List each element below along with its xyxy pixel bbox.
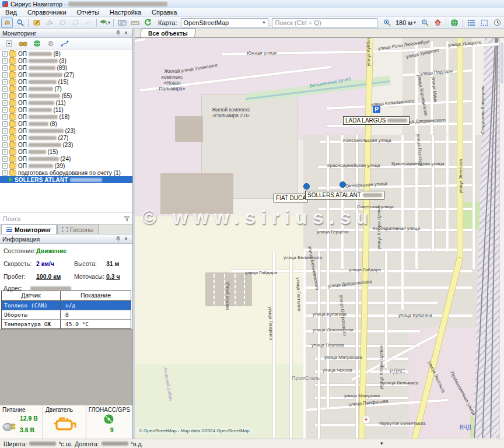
globe-button[interactable]	[449, 18, 460, 28]
map-scrollbar[interactable]	[499, 38, 504, 439]
tree-expander[interactable]: +	[2, 86, 8, 92]
tree-expander[interactable]: +	[2, 170, 8, 176]
route-edit-button[interactable]	[82, 18, 94, 28]
tree-item[interactable]: +ОП (8)	[0, 120, 132, 127]
tree-expander[interactable]: +	[2, 100, 8, 106]
sensor-row[interactable]: Обороты0	[2, 310, 131, 319]
tree-expander[interactable]: +	[2, 121, 8, 127]
zoom-level-select[interactable]: 180 м ▾	[394, 19, 418, 26]
vehicle-map-label[interactable]: SOLLERS ATALANT	[305, 191, 384, 200]
tree-item[interactable]: +ОП (39)	[0, 162, 132, 169]
tree-item[interactable]: +ОП (24)	[0, 155, 132, 162]
close-icon[interactable]: ×	[122, 29, 130, 37]
tree-expander[interactable]: +	[2, 156, 8, 162]
vehicle-map-label[interactable]: LADA LARGUS	[343, 116, 410, 125]
menu-item-Вид[interactable]: Вид	[0, 8, 22, 17]
tree-expander[interactable]: +	[2, 107, 8, 113]
tree-item[interactable]: +ОП (27)	[0, 71, 132, 78]
pan-tool-button[interactable]	[1, 18, 13, 28]
ruler-button[interactable]	[129, 18, 141, 28]
home-view-button[interactable]	[432, 18, 443, 28]
tree-item[interactable]: +ОП (11)	[0, 99, 132, 106]
binoculars-icon[interactable]	[18, 39, 28, 48]
longitude-label: Долгота:	[75, 440, 99, 447]
tab-Мониторинг[interactable]: Мониторинг	[1, 225, 57, 234]
tree-expander[interactable]: +	[2, 114, 8, 120]
circle-geozone-button[interactable]	[57, 18, 68, 28]
hours-value[interactable]: 0.3 ч	[106, 273, 120, 280]
zoom-in-button[interactable]	[381, 18, 393, 28]
map-canvas[interactable]: Жилой комплекс «Новая Пальмира»Жилой ком…	[135, 38, 504, 439]
tree-item[interactable]: +ОП (65)	[0, 92, 132, 99]
tree-search-input[interactable]: Поиск	[0, 215, 121, 222]
pin-icon[interactable]	[114, 235, 122, 243]
tree-expander[interactable]: +	[2, 93, 8, 99]
refresh-button[interactable]	[142, 18, 153, 28]
menu-item-Справочники[interactable]: Справочники	[22, 8, 72, 17]
zoom-tool-button[interactable]	[14, 18, 26, 28]
tab-label: Мониторинг	[15, 226, 51, 233]
plate-numbers-button[interactable]	[116, 18, 128, 28]
tree-item[interactable]: +ОП (23)	[0, 141, 132, 148]
object-list-button[interactable]	[466, 18, 477, 28]
vehicle-marker[interactable]	[303, 183, 310, 190]
tree-item[interactable]: +ОП (27)	[0, 134, 132, 141]
tree-expander[interactable]: +	[2, 163, 8, 169]
tree-expander[interactable]: +	[2, 79, 8, 85]
tree-item[interactable]: +ОП (23)	[0, 127, 132, 134]
tab-Геозоны[interactable]: Геозоны	[57, 225, 99, 234]
tree-item[interactable]: +ОП (7)	[0, 85, 132, 92]
scrollbar-thumb[interactable]	[501, 43, 503, 83]
tree-item[interactable]: SOLLERS ATLANT	[0, 176, 132, 183]
menu-item-Настройка[interactable]: Настройка	[104, 8, 146, 17]
tree-expander[interactable]: +	[2, 149, 8, 155]
tree-item[interactable]: +ОП (15)	[0, 78, 132, 85]
toolbar-separator	[463, 19, 463, 27]
layers-button[interactable]: ▾	[99, 18, 111, 28]
vehicle-marker[interactable]	[340, 181, 346, 188]
tree-expander[interactable]: +	[2, 142, 8, 148]
tree-expander[interactable]: +	[2, 58, 8, 64]
global-search-input[interactable]: Поиск (Ctrl + Q)	[272, 18, 378, 27]
menu-item-Справка[interactable]: Справка	[146, 8, 182, 17]
search-filter-icon[interactable]	[121, 214, 132, 224]
tree-expander[interactable]: +	[2, 65, 8, 71]
mileage-value[interactable]: 100.0 км	[36, 273, 61, 280]
tree-expander[interactable]: +	[2, 51, 8, 57]
sensor-row[interactable]: Топливо (CAN)н/д	[2, 300, 131, 310]
coords-dropdown-icon[interactable]: ▾	[380, 440, 383, 446]
settings-gear-icon[interactable]: ⚙	[46, 39, 56, 48]
toolbar-separator	[446, 19, 446, 27]
map-tab-all-objects[interactable]: Все объекты	[140, 29, 195, 37]
tree-item[interactable]: +ОП (11)	[0, 106, 132, 113]
edit-object-button[interactable]	[31, 18, 43, 28]
sidebar: Мониторинг × ⚙ +ОП (8)+ОП (3)+ОП (89)+ОП…	[0, 29, 133, 439]
menu-item-Отчёты[interactable]: Отчёты	[72, 8, 104, 17]
polygon-geozone-button[interactable]	[69, 18, 81, 28]
show-on-map-globe-icon[interactable]	[32, 39, 42, 48]
expand-all-button[interactable]	[4, 39, 14, 48]
tree-item[interactable]: +ОП (3)	[0, 57, 132, 64]
add-geozone-button[interactable]	[44, 18, 55, 28]
tree-expander[interactable]: +	[2, 135, 8, 141]
select-area-button[interactable]	[478, 18, 490, 28]
sensor-row[interactable]: Температура ОЖ45.0 °C	[2, 319, 131, 328]
tree-item-label: ОП (24)	[18, 156, 71, 162]
tree-expander[interactable]: +	[2, 72, 8, 78]
tree-item[interactable]: +подготовка оборудования по счету (1)	[0, 169, 132, 176]
history-button[interactable]	[491, 18, 503, 28]
pin-icon[interactable]	[114, 29, 122, 37]
tree-item[interactable]: +ОП (15)	[0, 148, 132, 155]
tree-item[interactable]: +ОП (18)	[0, 113, 132, 120]
tree-item[interactable]: +ОП (89)	[0, 64, 132, 71]
map-provider-select[interactable]: OpenStreetMap ▾	[181, 18, 268, 27]
close-icon[interactable]: ×	[122, 235, 130, 243]
track-route-icon[interactable]	[60, 39, 70, 48]
tree-expander[interactable]: +	[2, 128, 8, 134]
tree-item-label: ОП (89)	[18, 65, 67, 71]
tree-item-label: ОП (39)	[18, 163, 65, 169]
vehicle-map-label[interactable]: FIAT DUCAT	[274, 194, 307, 202]
power-gauge: Питание 12.9 В 3.6 В	[0, 405, 43, 439]
zoom-out-button[interactable]	[419, 18, 430, 28]
tree-item[interactable]: +ОП (8)	[0, 50, 132, 57]
